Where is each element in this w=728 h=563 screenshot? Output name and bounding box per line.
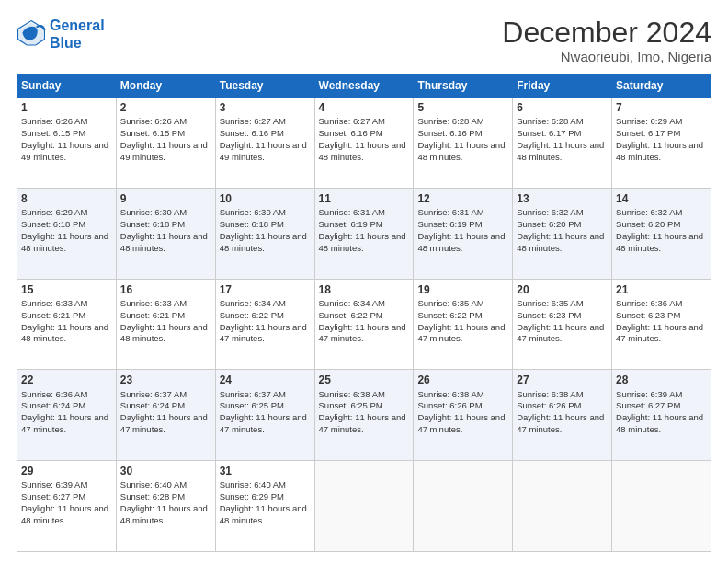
day-number: 6 <box>517 100 608 115</box>
day-info: Daylight: 11 hours and 47 minutes. <box>120 412 211 436</box>
table-row: 18Sunrise: 6:34 AMSunset: 6:22 PMDayligh… <box>314 279 414 370</box>
table-row: 12Sunrise: 6:31 AMSunset: 6:19 PMDayligh… <box>414 188 513 279</box>
day-info: Daylight: 11 hours and 47 minutes. <box>417 322 508 346</box>
day-number: 23 <box>120 373 211 387</box>
day-info: Sunset: 6:20 PM <box>616 219 707 231</box>
day-info: Daylight: 11 hours and 48 minutes. <box>21 231 112 255</box>
day-info: Sunset: 6:18 PM <box>220 219 311 231</box>
logo-text: General Blue <box>50 17 105 52</box>
day-info: Sunset: 6:15 PM <box>120 128 211 140</box>
col-saturday: Saturday <box>612 75 711 98</box>
day-number: 16 <box>120 282 211 297</box>
day-info: Sunset: 6:21 PM <box>120 310 211 322</box>
table-row: 3Sunrise: 6:27 AMSunset: 6:16 PMDaylight… <box>215 98 314 189</box>
day-number: 27 <box>517 373 608 387</box>
day-info: Sunrise: 6:27 AM <box>220 116 311 128</box>
day-info: Sunrise: 6:37 AM <box>220 389 311 401</box>
col-monday: Monday <box>116 75 215 98</box>
day-info: Daylight: 11 hours and 48 minutes. <box>417 231 508 255</box>
page: General Blue December 2024 Nwaorieubi, I… <box>0 0 728 563</box>
day-info: Sunrise: 6:28 AM <box>517 116 608 128</box>
day-number: 10 <box>220 191 311 206</box>
day-info: Sunrise: 6:39 AM <box>616 389 707 401</box>
day-info: Sunset: 6:19 PM <box>319 219 410 231</box>
day-number: 29 <box>21 464 112 478</box>
table-row: 27Sunrise: 6:38 AMSunset: 6:26 PMDayligh… <box>513 370 612 461</box>
table-row: 15Sunrise: 6:33 AMSunset: 6:21 PMDayligh… <box>17 279 117 370</box>
day-info: Sunset: 6:18 PM <box>21 219 112 231</box>
table-row <box>513 461 612 552</box>
day-info: Daylight: 11 hours and 48 minutes. <box>220 503 311 527</box>
calendar-header-row: Sunday Monday Tuesday Wednesday Thursday… <box>17 75 711 98</box>
table-row: 4Sunrise: 6:27 AMSunset: 6:16 PMDaylight… <box>314 98 414 189</box>
day-info: Daylight: 11 hours and 48 minutes. <box>517 231 608 255</box>
day-info: Sunrise: 6:33 AM <box>120 298 211 310</box>
day-info: Daylight: 11 hours and 48 minutes. <box>517 140 608 164</box>
day-info: Sunrise: 6:39 AM <box>21 479 112 491</box>
day-info: Sunset: 6:29 PM <box>220 491 311 503</box>
day-number: 21 <box>616 282 707 297</box>
day-info: Sunset: 6:22 PM <box>417 310 508 322</box>
col-tuesday: Tuesday <box>215 75 314 98</box>
day-number: 20 <box>517 282 608 297</box>
day-info: Sunrise: 6:37 AM <box>120 389 211 401</box>
day-info: Daylight: 11 hours and 48 minutes. <box>417 140 508 164</box>
day-info: Daylight: 11 hours and 49 minutes. <box>21 140 112 164</box>
day-number: 30 <box>120 464 211 478</box>
day-info: Sunrise: 6:32 AM <box>616 207 707 219</box>
day-info: Sunrise: 6:30 AM <box>220 207 311 219</box>
day-number: 24 <box>220 373 311 387</box>
day-info: Sunset: 6:22 PM <box>220 310 311 322</box>
table-row: 19Sunrise: 6:35 AMSunset: 6:22 PMDayligh… <box>414 279 513 370</box>
day-info: Sunset: 6:23 PM <box>517 310 608 322</box>
table-row: 26Sunrise: 6:38 AMSunset: 6:26 PMDayligh… <box>414 370 513 461</box>
day-info: Daylight: 11 hours and 47 minutes. <box>220 412 311 436</box>
day-info: Sunset: 6:27 PM <box>21 491 112 503</box>
table-row: 9Sunrise: 6:30 AMSunset: 6:18 PMDaylight… <box>116 188 215 279</box>
day-info: Sunset: 6:25 PM <box>220 400 311 412</box>
table-row <box>414 461 513 552</box>
table-row <box>314 461 414 552</box>
day-number: 13 <box>517 191 608 206</box>
table-row: 7Sunrise: 6:29 AMSunset: 6:17 PMDaylight… <box>612 98 711 189</box>
day-info: Sunset: 6:24 PM <box>21 400 112 412</box>
day-info: Daylight: 11 hours and 48 minutes. <box>616 231 707 255</box>
day-info: Sunset: 6:16 PM <box>220 128 311 140</box>
table-row: 14Sunrise: 6:32 AMSunset: 6:20 PMDayligh… <box>612 188 711 279</box>
day-info: Sunset: 6:17 PM <box>517 128 608 140</box>
day-number: 28 <box>616 373 707 387</box>
day-number: 7 <box>616 100 707 115</box>
day-info: Daylight: 11 hours and 48 minutes. <box>319 140 410 164</box>
day-info: Sunset: 6:27 PM <box>616 400 707 412</box>
day-info: Sunrise: 6:34 AM <box>319 298 410 310</box>
table-row <box>612 461 711 552</box>
day-info: Daylight: 11 hours and 48 minutes. <box>120 231 211 255</box>
day-number: 14 <box>616 191 707 206</box>
logo-icon <box>17 19 46 49</box>
table-row: 25Sunrise: 6:38 AMSunset: 6:25 PMDayligh… <box>314 370 414 461</box>
day-info: Sunrise: 6:29 AM <box>21 207 112 219</box>
day-info: Daylight: 11 hours and 47 minutes. <box>517 412 608 436</box>
day-info: Sunset: 6:23 PM <box>616 310 707 322</box>
day-info: Daylight: 11 hours and 48 minutes. <box>120 322 211 346</box>
day-info: Sunrise: 6:26 AM <box>21 116 112 128</box>
day-info: Sunset: 6:28 PM <box>120 491 211 503</box>
col-wednesday: Wednesday <box>314 75 414 98</box>
day-info: Daylight: 11 hours and 47 minutes. <box>220 322 311 346</box>
day-number: 1 <box>21 100 112 115</box>
day-info: Sunset: 6:20 PM <box>517 219 608 231</box>
day-number: 5 <box>417 100 508 115</box>
day-number: 8 <box>21 191 112 206</box>
day-number: 18 <box>319 282 410 297</box>
calendar-table: Sunday Monday Tuesday Wednesday Thursday… <box>17 74 711 552</box>
day-info: Daylight: 11 hours and 48 minutes. <box>319 231 410 255</box>
day-info: Daylight: 11 hours and 48 minutes. <box>21 322 112 346</box>
table-row: 21Sunrise: 6:36 AMSunset: 6:23 PMDayligh… <box>612 279 711 370</box>
day-number: 11 <box>319 191 410 206</box>
day-info: Daylight: 11 hours and 47 minutes. <box>319 322 410 346</box>
day-info: Sunrise: 6:38 AM <box>319 389 410 401</box>
day-info: Sunrise: 6:40 AM <box>220 479 311 491</box>
day-number: 25 <box>319 373 410 387</box>
col-sunday: Sunday <box>17 75 117 98</box>
calendar-title: December 2024 <box>502 17 711 49</box>
